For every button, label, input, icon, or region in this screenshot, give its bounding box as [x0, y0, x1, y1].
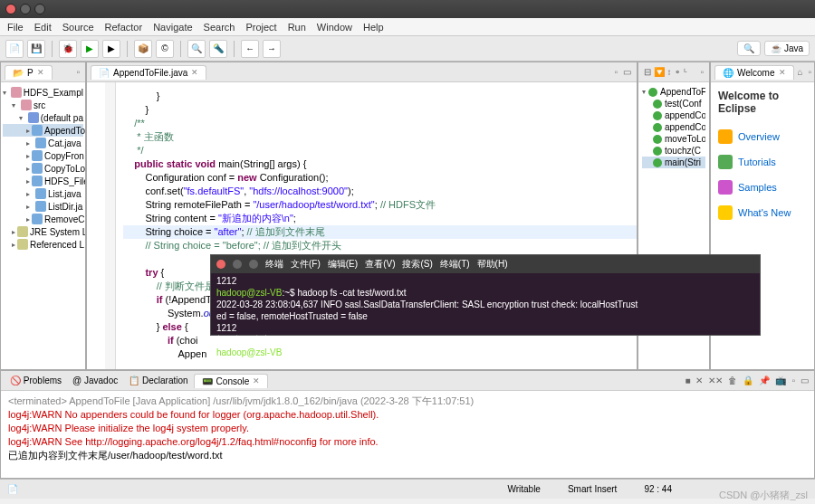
tab-console[interactable]: 📟Console✕ — [194, 374, 269, 388]
coverage-icon[interactable]: ▶ — [102, 40, 120, 58]
minimize-icon[interactable] — [20, 4, 31, 14]
package-explorer-tab[interactable]: 📂P✕ — [5, 65, 53, 80]
maximize-icon[interactable] — [34, 4, 45, 14]
close-icon[interactable]: ✕ — [191, 68, 198, 77]
status-cursor: 92 : 44 — [644, 484, 672, 494]
cursor — [297, 346, 302, 356]
overview-icon — [718, 129, 733, 144]
window-titlebar — [0, 0, 815, 18]
java-file-icon — [35, 188, 46, 199]
minimize-icon[interactable]: ▫ — [698, 67, 705, 77]
terminal-titlebar: 终端 文件(F) 编辑(E) 查看(V) 搜索(S) 终端(T) 帮助(H) — [211, 255, 760, 273]
scroll-lock-icon[interactable]: 🔒 — [741, 376, 755, 385]
java-file-icon — [32, 163, 43, 174]
display-icon[interactable]: 📺 — [773, 376, 788, 385]
status-insert: Smart Insert — [568, 484, 617, 494]
menu-file[interactable]: File — [7, 22, 24, 33]
welcome-overview[interactable]: Overview — [718, 124, 807, 149]
java-file-icon — [35, 138, 46, 148]
project-icon — [11, 87, 22, 98]
menu-search[interactable]: Search — [204, 22, 235, 33]
package-icon — [28, 112, 39, 123]
close-icon[interactable]: ✕ — [779, 68, 786, 77]
search-icon[interactable]: 🔦 — [209, 40, 227, 58]
new-class-icon[interactable]: © — [156, 40, 174, 58]
samples-icon — [718, 180, 733, 195]
quick-access[interactable]: 🔍 — [737, 41, 761, 56]
console-output[interactable]: <terminated> AppendToFile [Java Applicat… — [1, 391, 814, 466]
close-icon[interactable]: ✕ — [37, 68, 44, 77]
maximize-icon[interactable] — [249, 260, 258, 269]
perspective-java[interactable]: ☕ Java — [764, 41, 810, 56]
menu-project[interactable]: Project — [245, 22, 276, 33]
maximize-icon[interactable]: ▭ — [621, 67, 633, 77]
outline-tree[interactable]: ▾AppendToF test(Conf appendCo appendCo m… — [638, 82, 709, 172]
project-tree[interactable]: ▾HDFS_Exampl ▾src ▾(default pa ▸AppendTo… — [1, 82, 85, 369]
close-icon[interactable]: ✕ — [253, 376, 260, 385]
remove-all-icon[interactable]: ✕✕ — [706, 376, 724, 385]
pin-icon[interactable]: 📌 — [757, 376, 772, 385]
home-icon[interactable]: ⌂ — [796, 67, 805, 77]
console-panel: 🚫 Problems @ Javadoc 📋 Declaration 📟Cons… — [0, 370, 815, 479]
welcome-title: Welcome to Eclipse — [718, 90, 807, 115]
tutorials-icon — [718, 155, 733, 169]
external-terminal[interactable]: 终端 文件(F) 编辑(E) 查看(V) 搜索(S) 终端(T) 帮助(H) 1… — [210, 254, 761, 336]
new-icon[interactable]: 📄 — [5, 40, 24, 58]
menu-edit[interactable]: Edit — [34, 22, 52, 33]
close-icon[interactable] — [5, 4, 16, 14]
library-icon — [17, 226, 28, 237]
tab-problems[interactable]: 🚫 Problems — [5, 374, 67, 387]
forward-icon[interactable]: → — [263, 40, 281, 58]
minimize-icon[interactable]: ▫ — [807, 67, 814, 77]
java-file-icon — [32, 125, 43, 136]
menu-navigate[interactable]: Navigate — [153, 22, 192, 33]
package-explorer: 📂P✕ ▫ ▾HDFS_Exampl ▾src ▾(default pa ▸Ap… — [0, 62, 86, 370]
java-file-icon — [35, 201, 46, 212]
open-type-icon[interactable]: 🔍 — [187, 40, 206, 58]
remove-icon[interactable]: ✕ — [694, 376, 705, 385]
menu-bar: File Edit Source Refactor Navigate Searc… — [0, 18, 815, 36]
tab-declaration[interactable]: 📋 Declaration — [123, 374, 193, 387]
menu-run[interactable]: Run — [288, 22, 306, 33]
welcome-samples[interactable]: Samples — [718, 175, 807, 200]
close-icon[interactable] — [216, 260, 225, 269]
debug-icon[interactable]: 🐞 — [59, 40, 77, 58]
welcome-tab[interactable]: 🌐Welcome✕ — [714, 65, 794, 80]
method-icon — [653, 147, 662, 156]
back-icon[interactable]: ← — [241, 40, 259, 58]
menu-help[interactable]: Help — [363, 22, 384, 33]
java-file-icon — [32, 214, 43, 224]
minimize-icon[interactable] — [233, 260, 242, 269]
star-icon — [718, 205, 733, 220]
minimize-icon[interactable]: ▫ — [612, 67, 619, 77]
minimize-icon[interactable]: ▫ — [790, 376, 797, 385]
menu-window[interactable]: Window — [317, 22, 352, 33]
terminate-icon[interactable]: ■ — [683, 376, 692, 385]
menu-source[interactable]: Source — [62, 22, 94, 33]
status-bar: 📄 Writable Smart Insert 92 : 44 — [0, 479, 815, 499]
class-icon — [648, 88, 657, 97]
minimize-icon[interactable]: ▫ — [74, 67, 82, 77]
watermark: CSDN @小猪猪_zsl — [719, 489, 808, 502]
editor-tab[interactable]: 📄AppendToFile.java✕ — [91, 65, 206, 80]
method-icon — [653, 158, 662, 167]
new-package-icon[interactable]: 📦 — [134, 40, 152, 58]
main-toolbar: 📄 💾 🐞 ▶ ▶ 📦 © 🔍 🔦 ← → 🔍 ☕ Java — [0, 36, 815, 62]
java-file-icon — [32, 176, 43, 186]
save-icon[interactable]: 💾 — [27, 40, 45, 58]
menu-refactor[interactable]: Refactor — [105, 22, 143, 33]
welcome-tutorials[interactable]: Tutorials — [718, 149, 807, 175]
welcome-whatsnew[interactable]: What's New — [718, 200, 807, 225]
src-folder-icon — [21, 100, 32, 110]
maximize-icon[interactable]: ▭ — [799, 376, 810, 385]
run-icon[interactable]: ▶ — [81, 40, 99, 58]
library-icon — [17, 239, 28, 250]
status-icon: 📄 — [7, 484, 18, 494]
tab-javadoc[interactable]: @ Javadoc — [67, 374, 123, 387]
clear-icon[interactable]: 🗑 — [726, 376, 739, 385]
status-writable: Writable — [507, 484, 541, 494]
method-icon — [653, 135, 662, 144]
method-icon — [653, 111, 662, 120]
terminal-output[interactable]: 1212 hadoop@zsl-VB:~$ hadoop fs -cat tes… — [211, 273, 760, 360]
java-file-icon — [32, 150, 43, 161]
